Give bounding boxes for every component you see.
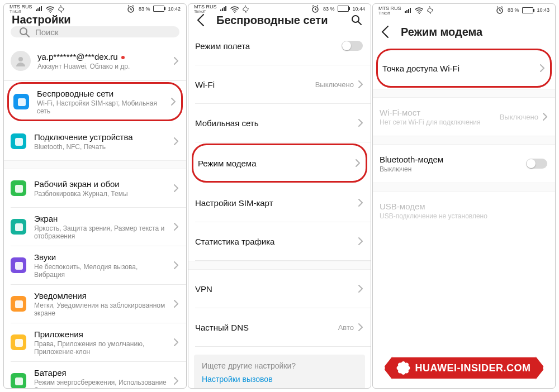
wifi-status-icon [230,5,239,13]
settings-item-display[interactable]: ЭкранЯркость, Защита зрения, Размер текс… [4,208,186,246]
screen-settings-root: MTS RUS Tinkoff 83 % 10:42 Настройки Пои… [3,3,187,389]
bell-icon [11,296,26,312]
chevron-right-icon [174,300,178,308]
wifi-status-icon [45,5,54,13]
item-label: Bluetooth-модем [380,155,526,164]
item-value: Выключено [315,80,354,89]
hint-question: Ищете другие настройки? [202,361,357,370]
item-label: Рабочий экран и обои [34,179,169,189]
display-icon [11,219,26,235]
wireless-item[interactable]: Статистика трафика [188,222,371,260]
item-sub: Нет сети Wi-Fi для подключения [380,118,500,126]
item-label: USB-модем [380,202,547,211]
tether-item[interactable]: Bluetooth-модемВыключен [373,145,555,183]
battery-percent: 83 % [139,6,150,12]
chevron-right-icon [174,223,178,231]
item-label: Приложения [34,329,169,339]
chevron-right-icon [358,237,363,245]
alarm-icon [495,6,504,15]
wireless-item[interactable]: Wi-FiВыключено [188,65,371,103]
tether-item[interactable]: Точка доступа Wi-Fi [376,49,552,88]
item-label: Статистика трафика [195,237,354,246]
screen-tethering: MTS RUSTinkoff 83 % 10:43 Режим модема Т… [372,3,556,389]
status-bar: MTS RUSTinkoff 83 % 10:44 [188,4,371,13]
chevron-right-icon [358,323,363,331]
wifi-status-icon [414,6,423,14]
item-label: Режим модема [198,159,351,168]
item-label: Wi-Fi [195,80,315,89]
item-label: Wi-Fi-мост [380,108,500,117]
item-label: Подключение устройства [34,132,169,142]
settings-item-wifi[interactable]: Беспроводные сетиWi-Fi, Настройки SIM-ка… [7,82,183,121]
clock: 10:44 [352,6,365,12]
chevron-right-icon [358,285,363,293]
page-title: Режим модема [401,26,482,39]
item-sub: Wi-Fi, Настройки SIM-карт, Мобильная сет… [37,99,167,115]
apps-icon [11,334,26,350]
screen-wireless-networks: MTS RUSTinkoff 83 % 10:44 Беспроводные с… [188,3,371,389]
item-label: Мобильная сеть [195,118,354,128]
back-button[interactable] [381,25,391,39]
watermark-text: HUAWEI-INSIDER.COM [415,362,531,374]
avatar [11,51,31,71]
battery-icon [11,373,26,389]
wifi-icon [13,94,29,109]
wireless-item[interactable]: Частный DNSАвто [188,308,371,346]
wireless-item[interactable]: Настройки SIM-карт [188,184,371,222]
item-sub: Метки, Уведомления на заблокированном эк… [34,302,169,317]
item-sub: Выключен [380,165,526,173]
account-row[interactable]: ya.p*******@***dex.ru Аккаунт Huawei, Об… [4,42,186,80]
search-input[interactable]: Поиск [11,26,179,37]
wireless-item[interactable]: Режим полета [188,27,371,65]
item-value: Выключено [500,113,538,121]
item-label: VPN [195,284,354,294]
tether-item: USB-модемUSB-подключение не установлено [373,192,555,230]
toggle[interactable] [526,159,547,169]
back-button[interactable] [196,13,206,27]
header: Беспроводные сети [188,13,371,27]
item-sub: Bluetooth, NFC, Печать [34,143,169,151]
chevron-right-icon [171,98,176,106]
carrier-label: MTS RUSTinkoff [378,6,401,15]
settings-item-apps[interactable]: ПриложенияПрава, Приложения по умолчанию… [4,323,186,361]
notification-dot [121,56,125,59]
toggle[interactable] [342,41,363,51]
chevron-right-icon [540,64,544,72]
status-bar: MTS RUSTinkoff 83 % 10:43 [373,4,555,16]
settings-item-bell[interactable]: УведомленияМетки, Уведомления на заблоки… [4,285,186,323]
settings-item-wallpaper[interactable]: Рабочий экран и обоиРазблокировка Журнал… [4,169,186,207]
item-label: Точка доступа Wi-Fi [382,64,536,73]
account-sub: Аккаунт Huawei, Облако и др. [37,63,169,70]
status-bar: MTS RUS Tinkoff 83 % 10:42 [4,4,186,13]
item-sub: Разблокировка Журнал, Темы [34,190,169,198]
item-sub: Режим энергосбережения, Использование ба… [34,379,169,389]
wireless-list: Режим полетаWi-FiВыключеноМобильная сеть… [188,27,371,347]
settings-item-devices[interactable]: Подключение устройстваBluetooth, NFC, Пе… [4,122,186,160]
devices-icon [11,133,26,149]
search-button[interactable] [350,14,363,26]
nfc-icon [242,5,250,13]
wireless-item[interactable]: VPN [188,270,371,308]
tether-item: Wi-Fi-мостНет сети Wi-Fi для подключения… [373,98,555,136]
battery-percent: 83 % [508,7,519,13]
item-label: Частный DNS [195,323,338,332]
tethering-list: Точка доступа Wi-FiWi-Fi-мостНет сети Wi… [373,47,555,230]
carrier-label: MTS RUSTinkoff [194,4,217,13]
clock: 10:43 [537,7,549,13]
carrier-label: MTS RUS Tinkoff [10,4,32,13]
settings-item-battery[interactable]: БатареяРежим энергосбережения, Использов… [4,362,186,389]
nfc-icon [58,5,65,13]
search-placeholder: Поиск [35,27,59,37]
call-settings-link[interactable]: Настройки вызовов [202,375,357,384]
nfc-icon [427,6,434,14]
chevron-right-icon [543,113,547,121]
settings-item-sound[interactable]: ЗвукиНе беспокоить, Мелодия вызова, Вибр… [4,246,186,284]
item-sub: Права, Приложения по умолчанию, Приложен… [34,340,169,356]
wireless-item[interactable]: Мобильная сеть [188,104,371,142]
battery-icon [338,6,349,12]
header: Настройки [4,13,186,26]
chevron-right-icon [174,184,178,192]
wireless-item[interactable]: Режим модема [192,144,367,183]
sound-icon [11,257,26,273]
header: Режим модема [373,16,555,47]
